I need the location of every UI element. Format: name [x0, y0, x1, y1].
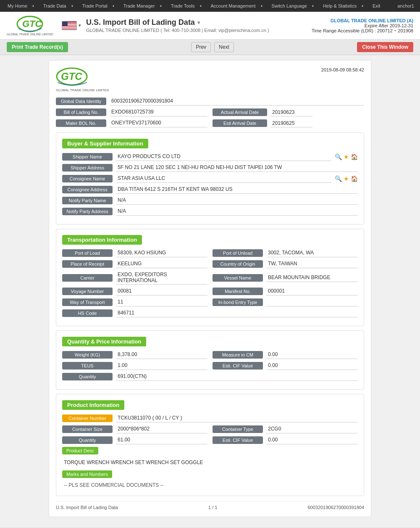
qty-row: Quantity 691.00(CTN) [62, 372, 358, 381]
shipper-action-icons: 🔍 ★ 🏠 [335, 153, 358, 160]
nav-account-management[interactable]: Account Management ▾ [207, 0, 268, 12]
gtc-logo-subtitle: GLOBAL TRADE ONLINE LIMITED [7, 33, 53, 36]
notify-party-address-label: Notify Party Address [62, 208, 113, 215]
shipper-search-icon[interactable]: 🔍 [335, 153, 342, 160]
flag-selector[interactable]: ▾ [62, 21, 81, 30]
action-bar-top: Print Trade Record(s) Prev Next Close Th… [0, 40, 420, 55]
header-bar: GTC GLOBAL TRADE ONLINE LIMITED ▾ U.S. I… [0, 12, 420, 40]
weight-value: 8,378.00 [116, 351, 207, 359]
buyer-supplier-section: Buyer & Supplier Information Shipper Nam… [56, 132, 364, 224]
doc-footer-right: 6003201906270000391804 [307, 505, 364, 510]
product-desc-value: TORQUE WRENCH WRENCH SET WRENCH SET GOGG… [62, 457, 358, 468]
shipper-address-row: Shipper Address 5F NO 21 LANE 120 SEC 1 … [62, 164, 358, 172]
global-data-identity-label: Global Data Identity [56, 98, 106, 105]
masterbol-value: ONEYTPEV37170600 [110, 119, 207, 127]
document-card: GTC GLOBAL TRADE ONLINE LIMITED 2019-08-… [49, 60, 371, 517]
transport-pair: Way of Transport 11 [62, 298, 207, 306]
transportation-section: Transportation Information Port of Load … [56, 229, 364, 326]
country-origin-pair: Country of Origin TW, TAIWAN [213, 260, 358, 268]
shipper-star-icon[interactable]: ★ [344, 153, 349, 160]
shipper-home-icon[interactable]: 🏠 [351, 153, 358, 160]
weight-label: Weight (KG) [62, 351, 113, 359]
container-number-value: TCKU3811070 ( 00 / L / CY ) [116, 414, 358, 422]
teus-value: 1.00 [116, 362, 207, 370]
notify-party-address-value: N/A [116, 207, 358, 216]
hs-code-row: HS Code 846711 [62, 309, 358, 317]
container-size-pair: Container Size 2000*806*802 [62, 425, 207, 433]
doc-logo-text: GLOBAL TRADE ONLINE LIMITED [56, 88, 109, 92]
global-data-identity-value: 6003201906270000391804 [110, 97, 364, 106]
measure-label: Measure in CM [213, 351, 263, 359]
manifest-pair: Manifest No. 000001 [213, 287, 358, 296]
actual-arrival-value: 20190623 [270, 108, 312, 116]
cif-label: Esti. CIF Value [213, 362, 263, 370]
manifest-value: 000001 [266, 287, 358, 296]
close-button-top[interactable]: Close This Window [357, 42, 413, 52]
container-type-value: 2CG0 [266, 425, 358, 433]
nav-trade-data[interactable]: Trade Data ▾ [39, 0, 78, 12]
product-desc-label: Product Desc [62, 447, 98, 454]
product-section: Product Information Container Number TCK… [56, 394, 364, 496]
bol-value: EXDO6810725739 [110, 108, 207, 116]
carrier-pair: Carrier EXDO, EXPEDITORS INTERNATIONAL [62, 271, 207, 285]
doc-footer-page: 1 / 1 [208, 505, 217, 510]
company-logo-area: GTC GLOBAL TRADE ONLINE LIMITED [7, 15, 53, 36]
teus-pair: TEUS 1.00 [62, 362, 207, 370]
container-type-label: Container Type [213, 425, 263, 433]
nav-trade-manager[interactable]: Trade Manager ▾ [119, 0, 167, 12]
measure-value: 0.00 [266, 351, 358, 359]
port-load-pair: Port of Load 58309, KAO HSIUNG [62, 249, 207, 257]
product-header: Product Information [62, 400, 124, 410]
port-load-label: Port of Load [62, 249, 113, 257]
nav-trade-tools[interactable]: Trade Tools ▾ [167, 0, 207, 12]
product-qty-pair: Quantity 61.00 [62, 436, 207, 444]
actual-arrival-label: Actual Arrival Date [213, 108, 267, 116]
inbond-value [266, 298, 358, 306]
actual-arrival-pair: Actual Arrival Date 20190623 [213, 108, 364, 116]
consignee-star-icon[interactable]: ★ [344, 175, 349, 182]
product-cif-label: Esti. CIF Value [213, 436, 263, 444]
nav-exit[interactable]: Exit [368, 0, 385, 12]
nav-my-home[interactable]: My Home ▾ [3, 0, 39, 12]
container-type-pair: Container Type 2CG0 [213, 425, 358, 433]
flag-dropdown-arrow[interactable]: ▾ [79, 23, 81, 28]
buyer-supplier-header: Buyer & Supplier Information [62, 139, 148, 148]
nav-help-statistics[interactable]: Help & Statistics ▾ [319, 0, 368, 12]
shipper-address-label: Shipper Address [62, 164, 113, 172]
consignee-search-icon[interactable]: 🔍 [335, 175, 342, 182]
carrier-vessel-row: Carrier EXDO, EXPEDITORS INTERNATIONAL V… [62, 271, 358, 285]
shipper-name-row: Shipper Name KAYO PRODUCTS CO LTD 🔍 ★ 🏠 [62, 153, 358, 161]
port-row: Port of Load 58309, KAO HSIUNG Port of U… [62, 249, 358, 257]
prev-button-top[interactable]: Prev [191, 42, 211, 52]
manifest-label: Manifest No. [213, 288, 263, 295]
vessel-pair: Vessel Name BEAR MOUNTAIN BRIDGE [213, 274, 358, 282]
quantity-price-section: Quantity & Price Information Weight (KG)… [56, 330, 364, 390]
print-button-top[interactable]: Print Trade Record(s) [7, 42, 68, 52]
account-ldr: Time Range Accessible (LDR) : 200712 ~ 2… [312, 28, 413, 33]
nav-switch-language[interactable]: Switch Language ▾ [268, 0, 319, 12]
account-name: GLOBAL TRADE ONLINE LIMITED (A) [312, 18, 413, 23]
next-button-top[interactable]: Next [214, 42, 234, 52]
nav-account-management-arrow: ▾ [259, 4, 264, 8]
port-unload-value: 3002, TACOMA, WA [266, 249, 358, 257]
product-qty-cif-row: Quantity 61.00 Esti. CIF Value 0.00 [62, 436, 358, 444]
consignee-home-icon[interactable]: 🏠 [351, 175, 358, 182]
nav-trade-portal[interactable]: Trade Portal ▾ [78, 0, 119, 12]
nav-help-statistics-arrow: ▾ [360, 4, 365, 8]
port-load-value: 58309, KAO HSIUNG [116, 249, 207, 257]
svg-text:GTC: GTC [61, 71, 82, 82]
qty-label: Quantity [62, 373, 113, 380]
product-cif-pair: Esti. CIF Value 0.00 [213, 436, 358, 444]
transport-label: Way of Transport [62, 298, 113, 306]
marks-numbers-value: -- PLS SEE COMMERCIAL DOCUMENTS -- [62, 480, 358, 490]
measure-pair: Measure in CM 0.00 [213, 351, 358, 359]
inbond-label: In-bond Entry Type [213, 298, 263, 306]
teus-cif-row: TEUS 1.00 Esti. CIF Value 0.00 [62, 362, 358, 370]
page-title: U.S. Import Bill of Lading Data ▾ [86, 18, 312, 27]
nav-trade-portal-arrow: ▾ [111, 4, 116, 8]
title-dropdown-icon[interactable]: ▾ [197, 20, 200, 26]
esti-arrival-label: Esti Arrival Date [213, 119, 267, 127]
marks-numbers-label: Marks and Numbers [62, 470, 112, 478]
voyage-pair: Voyage Number 00081 [62, 287, 207, 296]
cif-pair: Esti. CIF Value 0.00 [213, 362, 358, 370]
